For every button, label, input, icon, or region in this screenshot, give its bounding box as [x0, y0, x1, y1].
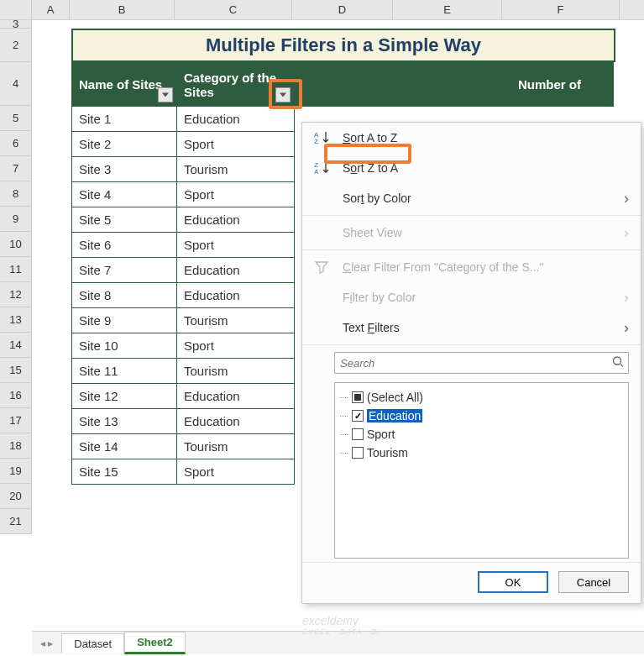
svg-point-4 [614, 357, 621, 365]
th-label: Category of the Sites [184, 71, 276, 99]
th-category[interactable]: Category of the Sites [177, 63, 295, 107]
filter-option-label: Tourism [367, 446, 408, 459]
cell-site-name[interactable]: Site 12 [72, 384, 177, 409]
cell-site-name[interactable]: Site 10 [72, 333, 177, 359]
clear-filter-icon [314, 260, 336, 274]
row-header-12[interactable]: 12 [0, 282, 32, 307]
cell-category[interactable]: Sport [177, 182, 295, 207]
cell-category[interactable]: Tourism [177, 359, 295, 384]
row-header-17[interactable]: 17 [0, 408, 32, 433]
menu-sort-az[interactable]: AZ Sort A to Z [302, 123, 641, 153]
row-header-2[interactable]: 2 [0, 29, 32, 62]
filter-option-label: (Select All) [367, 391, 423, 404]
cell-site-name[interactable]: Site 14 [72, 434, 177, 459]
dropdown-icon [280, 92, 286, 97]
watermark: exceldemy EXCEL · DATA · BI [302, 614, 380, 636]
filter-button-name[interactable] [158, 87, 173, 102]
cell-category[interactable]: Education [177, 283, 295, 308]
cancel-button[interactable]: Cancel [558, 571, 629, 593]
cell-category[interactable]: Sport [177, 132, 295, 157]
row-header-6[interactable]: 6 [0, 131, 32, 156]
search-wrap [302, 347, 641, 379]
menu-label: Text Filters [343, 321, 400, 334]
cell-site-name[interactable]: Site 3 [72, 157, 177, 182]
row-header-14[interactable]: 14 [0, 333, 32, 358]
row-header-19[interactable]: 19 [0, 459, 32, 484]
row-header-16[interactable]: 16 [0, 383, 32, 408]
cell-category[interactable]: Tourism [177, 308, 295, 333]
col-header-E[interactable]: E [393, 0, 502, 19]
tab-sheet2[interactable]: Sheet2 [124, 632, 186, 654]
checkbox[interactable] [352, 391, 364, 403]
checkbox[interactable] [352, 447, 364, 459]
row-header-5[interactable]: 5 [0, 106, 32, 131]
row-header-3[interactable]: 3 [0, 20, 32, 29]
filter-option[interactable]: Education [340, 407, 623, 425]
cell-category[interactable]: Education [177, 107, 295, 132]
col-header-B[interactable]: B [70, 0, 175, 19]
row-header-9[interactable]: 9 [0, 207, 32, 232]
menu-sort-za[interactable]: ZA Sort Z to A [302, 153, 641, 183]
search-input[interactable] [334, 352, 629, 374]
menu-label: Sort A to Z [343, 131, 397, 144]
sort-za-icon: ZA [314, 160, 336, 176]
row-header-11[interactable]: 11 [0, 257, 32, 282]
select-all-corner[interactable] [0, 0, 32, 19]
cell-category[interactable]: Education [177, 384, 295, 409]
cell-category[interactable]: Tourism [177, 157, 295, 182]
filter-button-category[interactable] [275, 87, 291, 102]
tab-dataset[interactable]: Dataset [61, 633, 124, 653]
cell-category[interactable]: Tourism [177, 434, 295, 459]
menu-separator [302, 344, 641, 345]
cell-site-name[interactable]: Site 15 [72, 459, 177, 485]
filter-option[interactable]: Tourism [340, 443, 623, 462]
cell-category[interactable]: Sport [177, 233, 295, 258]
cell-category[interactable]: Education [177, 258, 295, 283]
cell-category[interactable]: Sport [177, 459, 295, 485]
th-name-of-sites[interactable]: Name of Sites [72, 63, 177, 107]
menu-label: Sheet View [343, 226, 402, 239]
menu-text-filters[interactable]: Text Filters [302, 312, 641, 343]
filter-checkbox-list[interactable]: (Select All)EducationSportTourism [334, 382, 629, 559]
menu-separator [302, 215, 641, 216]
cell-site-name[interactable]: Site 9 [72, 308, 177, 333]
row-header-13[interactable]: 13 [0, 307, 32, 333]
th-label: Name of Sites [79, 77, 162, 92]
row-header-20[interactable]: 20 [0, 484, 32, 509]
cell-site-name[interactable]: Site 2 [72, 132, 177, 157]
ok-button[interactable]: OK [478, 571, 548, 593]
row-header-4[interactable]: 4 [0, 62, 32, 106]
filter-option-label: Sport [367, 428, 395, 441]
cell-site-name[interactable]: Site 8 [72, 283, 177, 308]
filter-option[interactable]: (Select All) [340, 388, 623, 407]
cell-site-name[interactable]: Site 5 [72, 207, 177, 233]
row-header-7[interactable]: 7 [0, 156, 32, 181]
cell-site-name[interactable]: Site 7 [72, 258, 177, 283]
menu-sheet-view: Sheet View [302, 218, 641, 248]
th-number[interactable]: Number of [295, 63, 614, 107]
cell-site-name[interactable]: Site 1 [72, 107, 177, 132]
checkbox[interactable] [352, 410, 364, 422]
menu-sort-color[interactable]: Sort by Color [302, 183, 641, 213]
checkbox[interactable] [352, 428, 364, 440]
cell-category[interactable]: Sport [177, 333, 295, 359]
tab-nav[interactable]: ◂ ▸ [32, 638, 61, 649]
cell-site-name[interactable]: Site 4 [72, 182, 177, 207]
cell-site-name[interactable]: Site 13 [72, 409, 177, 434]
cell-category[interactable]: Education [177, 409, 295, 434]
cell-site-name[interactable]: Site 6 [72, 233, 177, 258]
sort-az-icon: AZ [314, 130, 336, 145]
col-header-D[interactable]: D [292, 0, 393, 19]
menu-label: Sort Z to A [343, 161, 398, 175]
filter-option[interactable]: Sport [340, 425, 623, 443]
cell-site-name[interactable]: Site 11 [72, 359, 177, 384]
row-header-10[interactable]: 10 [0, 232, 32, 257]
row-header-8[interactable]: 8 [0, 181, 32, 207]
cell-category[interactable]: Education [177, 207, 295, 233]
row-header-15[interactable]: 15 [0, 358, 32, 383]
row-header-21[interactable]: 21 [0, 509, 32, 534]
row-header-18[interactable]: 18 [0, 433, 32, 459]
col-header-F[interactable]: F [502, 0, 620, 19]
col-header-C[interactable]: C [175, 0, 292, 19]
col-header-A[interactable]: A [32, 0, 70, 19]
